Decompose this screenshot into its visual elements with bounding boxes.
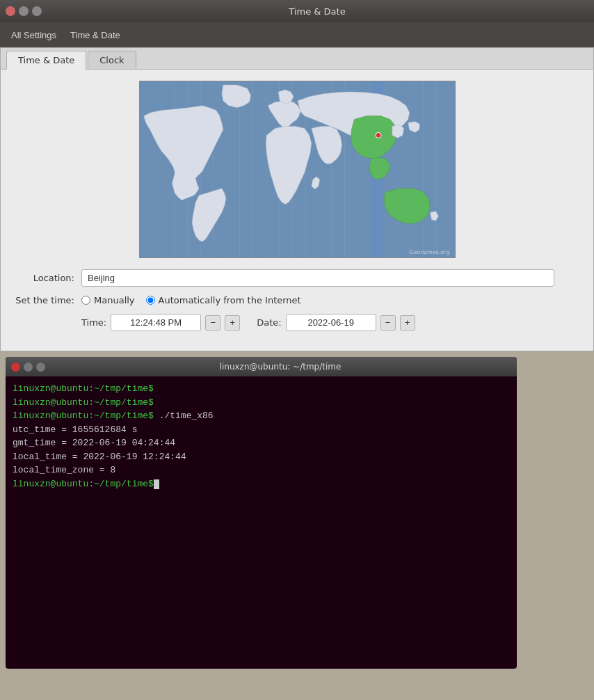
window-title: Time & Date bbox=[46, 6, 588, 17]
time-input[interactable] bbox=[111, 314, 201, 331]
settings-panel: Time & Date Clock bbox=[0, 47, 594, 351]
set-time-row: Set the time: Manually Automatically fro… bbox=[12, 295, 582, 305]
minimize-button[interactable] bbox=[19, 6, 29, 16]
terminal-min-button[interactable] bbox=[24, 363, 33, 372]
output-3: local_time = 2022-06-19 12:24:44 bbox=[13, 452, 186, 462]
terminal-controls[interactable] bbox=[11, 363, 45, 372]
maximize-button[interactable] bbox=[32, 6, 42, 16]
prompt-4: linuxzn@ubuntu:~/tmp/time$ bbox=[13, 479, 154, 489]
terminal-line-8: linuxzn@ubuntu:~/tmp/time$ bbox=[13, 477, 510, 491]
terminal-line-4: utc_time = 1655612684 s bbox=[13, 423, 510, 437]
time-date-nav-button[interactable]: Time & Date bbox=[65, 27, 126, 43]
terminal-line-1: linuxzn@ubuntu:~/tmp/time$ bbox=[13, 382, 510, 396]
terminal-titlebar: linuxzn@ubuntu: ~/tmp/time bbox=[6, 357, 517, 376]
tab-clock[interactable]: Clock bbox=[88, 51, 136, 69]
date-inc-button[interactable]: + bbox=[400, 315, 415, 331]
terminal-line-5: gmt_time = 2022-06-19 04:24:44 bbox=[13, 436, 510, 450]
radio-manually-input[interactable] bbox=[81, 296, 90, 305]
terminal-max-button[interactable] bbox=[36, 363, 45, 372]
output-1: utc_time = 1655612684 s bbox=[13, 424, 137, 435]
location-row: Location: bbox=[12, 269, 582, 287]
date-label: Date: bbox=[257, 317, 281, 328]
svg-text:Geonames.org: Geonames.org bbox=[409, 249, 449, 255]
time-dec-button[interactable]: − bbox=[205, 315, 220, 331]
world-map[interactable]: Geonames.org bbox=[139, 81, 456, 258]
time-inc-button[interactable]: + bbox=[225, 315, 240, 331]
time-label: Time: bbox=[81, 317, 106, 328]
terminal-line-7: local_time_zone = 8 bbox=[13, 463, 510, 477]
radio-auto[interactable]: Automatically from the Internet bbox=[146, 295, 301, 305]
radio-auto-input[interactable] bbox=[146, 296, 155, 305]
window-controls[interactable] bbox=[6, 6, 42, 16]
radio-manually[interactable]: Manually bbox=[81, 295, 135, 305]
title-bar: Time & Date bbox=[0, 0, 594, 22]
time-section: Time: − + bbox=[81, 314, 240, 331]
set-time-label: Set the time: bbox=[12, 295, 81, 305]
radio-options: Manually Automatically from the Internet bbox=[81, 295, 301, 305]
terminal-window: linuxzn@ubuntu: ~/tmp/time linuxzn@ubunt… bbox=[6, 357, 517, 669]
terminal-body[interactable]: linuxzn@ubuntu:~/tmp/time$ linuxzn@ubunt… bbox=[6, 376, 517, 669]
terminal-line-2: linuxzn@ubuntu:~/tmp/time$ bbox=[13, 396, 510, 410]
close-button[interactable] bbox=[6, 6, 15, 16]
date-input[interactable] bbox=[286, 314, 376, 331]
terminal-line-6: local_time = 2022-06-19 12:24:44 bbox=[13, 450, 510, 464]
all-settings-button[interactable]: All Settings bbox=[6, 27, 62, 43]
time-date-controls: Time: − + Date: − + bbox=[81, 314, 415, 331]
date-dec-button[interactable]: − bbox=[380, 315, 396, 331]
prompt-1: linuxzn@ubuntu:~/tmp/time$ bbox=[13, 383, 154, 394]
tab-time-date[interactable]: Time & Date bbox=[6, 51, 86, 70]
prompt-3: linuxzn@ubuntu:~/tmp/time$ bbox=[13, 411, 154, 421]
date-section: Date: − + bbox=[257, 314, 415, 331]
cmd-1: ./time_x86 bbox=[154, 411, 214, 421]
cursor bbox=[154, 479, 159, 489]
tab-bar: Time & Date Clock bbox=[1, 48, 593, 70]
terminal-line-3: linuxzn@ubuntu:~/tmp/time$ ./time_x86 bbox=[13, 409, 510, 423]
location-input[interactable] bbox=[81, 269, 554, 287]
output-4: local_time_zone = 8 bbox=[13, 465, 115, 475]
terminal-close-button[interactable] bbox=[11, 363, 20, 372]
time-date-row: Time: − + Date: − + bbox=[12, 314, 582, 331]
svg-point-25 bbox=[376, 132, 381, 138]
terminal-title: linuxzn@ubuntu: ~/tmp/time bbox=[49, 362, 511, 372]
output-2: gmt_time = 2022-06-19 04:24:44 bbox=[13, 438, 175, 448]
location-label: Location: bbox=[12, 273, 81, 283]
tab-content-time-date: Geonames.org Location: Set the time: Man… bbox=[1, 70, 593, 351]
breadcrumb-nav: All Settings Time & Date bbox=[0, 22, 594, 47]
prompt-2: linuxzn@ubuntu:~/tmp/time$ bbox=[13, 397, 154, 408]
